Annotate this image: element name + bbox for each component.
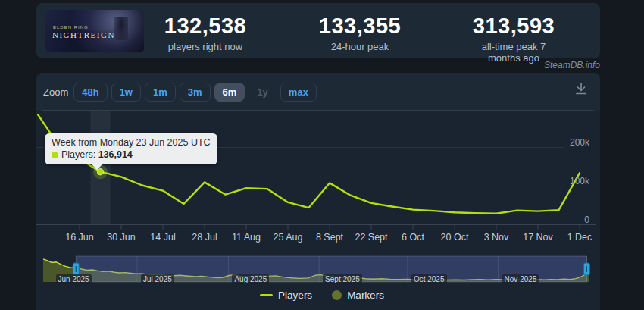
chart-tooltip: Week from Monday 23 Jun 2025 UTC Players… xyxy=(45,133,217,164)
download-icon[interactable] xyxy=(573,80,589,99)
stat-label: 24-hour peak xyxy=(319,41,401,52)
tooltip-series-row: Players: 136,914 xyxy=(52,149,211,160)
legend-label: Markers xyxy=(347,290,384,301)
stat-value: 132,538 xyxy=(164,14,246,39)
stat-label: players right now xyxy=(164,41,246,52)
legend-item-players[interactable]: Players xyxy=(260,290,312,301)
knight-figure-art xyxy=(114,17,128,40)
zoom-button-1y: 1y xyxy=(249,83,276,102)
legend-label: Players xyxy=(278,290,312,301)
tooltip-value: 136,914 xyxy=(98,149,133,160)
zoom-label: Zoom xyxy=(43,86,68,98)
steamdb-watermark: SteamDB.info xyxy=(544,60,600,70)
stat-current-players: 132,538 players right now xyxy=(164,14,246,52)
series-color-dot xyxy=(52,152,58,158)
zoom-range-toolbar: Zoom 48h1w1m3m6m1ymax xyxy=(43,81,320,102)
player-stats-panel: ELDEN RING NIGHTREIGN 132,538 players ri… xyxy=(36,3,600,58)
zoom-button-1m[interactable]: 1m xyxy=(145,83,176,102)
tooltip-title: Week from Monday 23 Jun 2025 UTC xyxy=(52,137,211,148)
chart-legend: Players Markers xyxy=(0,290,644,301)
stat-value: 313,593 xyxy=(470,14,557,39)
stat-24h-peak: 133,355 24-hour peak xyxy=(319,14,401,52)
markers-circle-swatch xyxy=(332,290,342,300)
toolbar-divider xyxy=(42,110,594,111)
stat-value: 133,355 xyxy=(319,14,401,39)
tooltip-series-label: Players: xyxy=(61,149,95,160)
game-banner[interactable]: ELDEN RING NIGHTREIGN xyxy=(45,10,144,52)
zoom-button-6m[interactable]: 6m xyxy=(214,83,245,102)
legend-item-markers[interactable]: Markers xyxy=(332,290,384,301)
stat-alltime-peak: 313,593 all-time peak 7 months ago xyxy=(470,14,557,64)
game-title-large: NIGHTREIGN xyxy=(52,30,115,39)
zoom-button-3m[interactable]: 3m xyxy=(180,83,211,102)
zoom-button-max[interactable]: max xyxy=(280,83,317,102)
zoom-button-1w[interactable]: 1w xyxy=(111,83,141,102)
game-title-small: ELDEN RING xyxy=(53,25,89,30)
zoom-button-48h[interactable]: 48h xyxy=(73,83,107,102)
players-line-swatch xyxy=(260,294,273,296)
chart-panel: Zoom 48h1w1m3m6m1ymax xyxy=(36,73,600,310)
